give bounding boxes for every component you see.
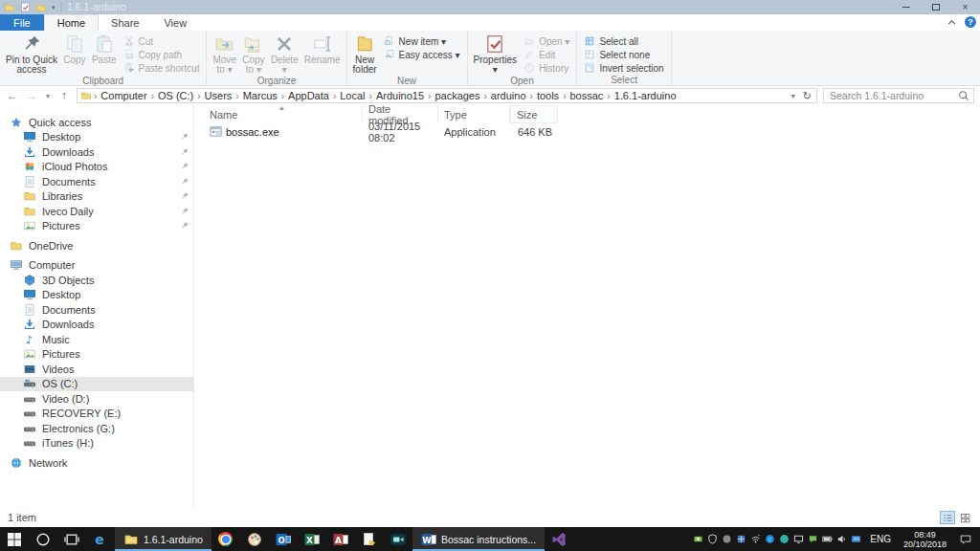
- sidebar-item-pictures[interactable]: Pictures: [0, 347, 193, 363]
- breadcrumb-item-bossac[interactable]: bossac: [566, 90, 607, 101]
- action-center-icon[interactable]: [953, 533, 978, 546]
- paste-button[interactable]: Paste: [89, 33, 120, 66]
- taskbar-outlook-button[interactable]: O: [269, 527, 298, 551]
- sidebar-item-quick-access[interactable]: Quick access: [0, 115, 193, 130]
- breadcrumb-item-os-c[interactable]: OS (C:): [154, 90, 197, 101]
- minimize-button[interactable]: [891, 0, 921, 14]
- breadcrumb-item-computer[interactable]: Computer: [97, 90, 150, 101]
- folder-qat-icon[interactable]: [35, 2, 47, 13]
- breadcrumb-item-packages[interactable]: packages: [431, 90, 483, 101]
- help-icon[interactable]: ?: [965, 16, 976, 28]
- taskbar-visual-studio-button[interactable]: [545, 527, 573, 551]
- sidebar-item-3d-objects[interactable]: 3D Objects: [0, 273, 193, 288]
- taskbar-screen-recorder-button[interactable]: [384, 527, 412, 551]
- sidebar-item-libraries[interactable]: Libraries: [0, 189, 193, 205]
- invert-selection-button[interactable]: Invert selection: [582, 61, 665, 75]
- breadcrumb-item-1-6-1-arduino[interactable]: 1.6.1-arduino: [611, 90, 680, 101]
- address-bar[interactable]: ›Computer›OS (C:)›Users›Marcus›AppData›L…: [77, 88, 817, 103]
- column-header-size[interactable]: Size: [510, 105, 558, 123]
- file-row-bossac-exe[interactable]: bossac.exe03/11/2015 08:02Application646…: [204, 123, 980, 140]
- tray-dropbox-icon[interactable]: [763, 529, 777, 550]
- tray-defender-icon[interactable]: [705, 529, 720, 550]
- restore-button[interactable]: [921, 0, 950, 14]
- recent-locations-icon[interactable]: ▾: [44, 92, 52, 100]
- icons-view-button[interactable]: [957, 511, 972, 524]
- properties-button[interactable]: Properties▾: [471, 33, 521, 76]
- breadcrumb-item-arduino15[interactable]: Arduino15: [372, 90, 428, 101]
- new-item-button[interactable]: New item ▾: [382, 34, 462, 48]
- address-dropdown-icon[interactable]: ▾: [788, 92, 799, 100]
- edit-button[interactable]: Edit: [522, 48, 571, 61]
- column-header-name[interactable]: Name▲: [204, 105, 363, 123]
- sidebar-item-video-d[interactable]: Video (D:): [0, 391, 193, 407]
- forward-button[interactable]: →: [25, 89, 38, 102]
- sidebar-item-onedrive[interactable]: OneDrive: [0, 238, 193, 253]
- select-none-button[interactable]: Select none: [582, 48, 665, 61]
- taskbar-start-button[interactable]: [0, 527, 29, 551]
- properties-qat-icon[interactable]: [20, 2, 31, 12]
- tab-file[interactable]: File: [0, 14, 44, 31]
- tray-wifi-icon[interactable]: *: [748, 529, 763, 550]
- tray-sync-orb-icon[interactable]: [777, 529, 791, 550]
- taskbar-word-button[interactable]: WBossac instructions...: [412, 527, 545, 551]
- close-button[interactable]: ×: [950, 0, 980, 14]
- sidebar-item-downloads[interactable]: Downloads: [0, 144, 193, 160]
- copy-path-button[interactable]: Copy path: [122, 48, 202, 61]
- sidebar-item-videos[interactable]: Videos: [0, 362, 193, 377]
- column-header-date-modified[interactable]: Date modified: [363, 105, 438, 123]
- sidebar-item-documents[interactable]: Documents: [0, 302, 193, 318]
- taskbar-cortana-button[interactable]: [29, 527, 57, 551]
- breadcrumb-item-users[interactable]: Users: [201, 90, 236, 101]
- back-button[interactable]: ←: [6, 89, 19, 102]
- sidebar-item-network[interactable]: Network: [0, 455, 193, 471]
- column-header-type[interactable]: Type: [438, 105, 510, 123]
- taskbar-excel-button[interactable]: X: [298, 527, 326, 551]
- collapse-ribbon-icon[interactable]: [947, 17, 957, 28]
- open-button[interactable]: Open ▾: [522, 34, 571, 48]
- sidebar-item-computer[interactable]: Computer: [0, 258, 193, 274]
- taskbar-chrome-button[interactable]: [212, 527, 240, 551]
- sidebar-item-desktop[interactable]: Desktop: [0, 288, 193, 303]
- rename-button[interactable]: Rename: [301, 33, 344, 66]
- breadcrumb-item-tools[interactable]: tools: [533, 90, 563, 101]
- breadcrumb-item-local[interactable]: Local: [336, 90, 368, 101]
- taskbar-edge-button[interactable]: e: [86, 527, 115, 551]
- search-box[interactable]: [823, 88, 974, 103]
- paste-shortcut-button[interactable]: Paste shortcut: [122, 61, 202, 75]
- tab-view[interactable]: View: [151, 14, 199, 31]
- language-indicator[interactable]: ENG: [864, 534, 897, 544]
- sidebar-item-electronics-g[interactable]: Electronics (G:): [0, 421, 193, 436]
- sidebar-item-downloads[interactable]: Downloads: [0, 318, 193, 333]
- details-view-button[interactable]: [940, 511, 955, 524]
- sidebar-item-pictures[interactable]: Pictures: [0, 219, 193, 234]
- taskbar-document-app-button[interactable]: [355, 527, 384, 551]
- tray-gpu-icon[interactable]: [691, 529, 705, 550]
- history-button[interactable]: History: [522, 61, 571, 75]
- taskbar-palette-button[interactable]: [240, 527, 269, 551]
- new-folder-button[interactable]: Newfolder: [350, 33, 380, 76]
- tray-mobile-3g-icon[interactable]: 3G: [849, 529, 863, 550]
- taskbar-folder-button[interactable]: 1.6.1-arduino: [115, 527, 212, 551]
- sidebar-item-iveco-daily[interactable]: Iveco Daily: [0, 204, 193, 219]
- pin-to-quick-access-button[interactable]: Pin to Quickaccess: [3, 33, 60, 76]
- refresh-icon[interactable]: ↻: [801, 90, 813, 102]
- sidebar-item-music[interactable]: ♪Music: [0, 332, 193, 347]
- tray-display-icon[interactable]: [791, 529, 806, 550]
- cut-button[interactable]: Cut: [122, 34, 202, 48]
- taskbar-access-button[interactable]: A: [326, 527, 355, 551]
- tray-app-grid-icon[interactable]: [734, 529, 748, 550]
- delete-button[interactable]: Delete▾: [268, 33, 301, 76]
- move-to-button[interactable]: Moveto ▾: [210, 33, 238, 76]
- copy-to-button[interactable]: Copyto ▾: [239, 33, 268, 76]
- sidebar-item-desktop[interactable]: Desktop: [0, 130, 193, 145]
- up-button[interactable]: ↑: [57, 89, 71, 102]
- sidebar-item-os-c[interactable]: OS (C:): [0, 377, 193, 392]
- easy-access-button[interactable]: Easy access ▾: [382, 48, 462, 61]
- sidebar-item-itunes-h[interactable]: iTunes (H:): [0, 436, 193, 452]
- breadcrumb-item-arduino[interactable]: arduino: [487, 90, 530, 101]
- sidebar-item-icloud-photos[interactable]: iCloud Photos: [0, 160, 193, 175]
- select-all-button[interactable]: Select all: [582, 34, 665, 48]
- tab-share[interactable]: Share: [99, 14, 151, 31]
- qat-dropdown-icon[interactable]: ▾: [52, 4, 56, 11]
- search-icon[interactable]: [958, 90, 969, 101]
